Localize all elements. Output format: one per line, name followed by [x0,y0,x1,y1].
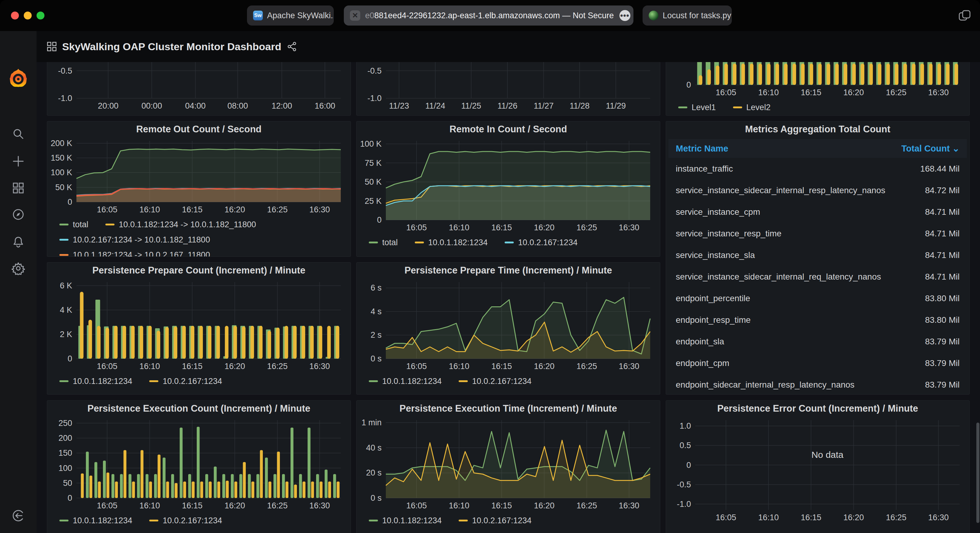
svg-text:-0.5: -0.5 [677,480,691,489]
panel-title[interactable]: Persistence Prepare Count (Increment) / … [47,263,350,278]
legend-item[interactable]: 10.0.1.182:1234 [415,236,488,249]
svg-text:16:10: 16:10 [758,88,779,97]
legend-item[interactable]: 10.0.2.167:1234 [149,514,222,527]
total-count-cell: 84.72 Mil [925,186,959,195]
svg-text:16:30: 16:30 [309,501,330,510]
tab-locust[interactable]: Locust for tasks.py [643,5,732,25]
svg-text:16:05: 16:05 [406,362,427,371]
legend-item[interactable]: 10.0.2.167:1234 [459,375,531,387]
svg-text:16:15: 16:15 [182,205,202,214]
tab-elb-dashboard[interactable]: ✕ e0881eed4-22961232.ap-east-1.elb.amazo… [344,5,633,25]
legend-item[interactable]: Level1 [678,101,716,113]
legend-item[interactable]: 10.0.2.167:1234 [504,236,578,249]
panel-top-mid-partial: 11/2311/2411/2511/2611/2711/2811/29-0.5-… [356,62,660,116]
panel-title[interactable]: Persistence Prepare Time (Increment) / M… [356,263,660,278]
search-icon[interactable] [11,127,25,141]
svg-text:16:20: 16:20 [843,513,864,522]
svg-text:16:30: 16:30 [309,205,330,214]
svg-text:No data: No data [811,450,843,460]
legend-item[interactable]: total [59,219,88,231]
legend-color-dash [369,380,378,382]
total-count-cell: 84.71 Mil [925,229,959,238]
alerting-bell-icon[interactable] [11,235,25,249]
grafana-logo[interactable] [9,68,27,87]
svg-text:11/26: 11/26 [497,101,517,110]
table-row: endpoint_percentile83.80 Mil [668,287,967,309]
legend-label: Level2 [746,103,771,112]
table-row: service_instance_resp_time84.71 Mil [668,223,967,244]
chart-top-mid-partial[interactable]: 11/2311/2411/2511/2611/2711/2811/29-0.5-… [358,62,657,113]
panel-title[interactable]: Persistence Execution Time (Increment) /… [356,401,660,417]
legend-label: Level1 [692,103,716,112]
panel-title[interactable]: Persistence Execution Count (Increment) … [47,401,350,417]
panel-title[interactable]: Metrics Aggregation Total Count [666,121,969,137]
svg-text:16:10: 16:10 [140,501,160,510]
legend-item[interactable]: 10.0.2.167:1234 [459,514,531,527]
chart-top-right-partial[interactable]: 16:0516:1016:1516:2016:2516:300 [668,62,966,100]
chart-persistence-prepare-count[interactable]: 16:0516:1016:1516:2016:2516:3002 K4 K6 K [49,278,347,374]
chart-persistence-execution-time[interactable]: 16:0516:1016:1516:2016:2516:300 s20 s40 … [358,417,657,513]
legend-item[interactable]: 10.0.2.167:1234 -> 10.0.1.182_11800 [59,234,210,246]
close-tab-icon[interactable]: ✕ [350,10,360,21]
svg-text:11/28: 11/28 [570,101,590,110]
svg-text:16:15: 16:15 [491,362,512,371]
chart-remote-in[interactable]: 16:0516:1016:1516:2016:2516:30025 K50 K7… [358,137,657,235]
page-title[interactable]: SkyWalking OAP Cluster Monitor Dashboard [62,41,282,52]
legend-color-dash [369,520,378,522]
svg-text:16:30: 16:30 [619,223,640,232]
svg-text:0: 0 [68,493,72,503]
minimize-window-button[interactable] [24,11,32,19]
legend-item[interactable]: 10.0.1.182:1234 [59,375,132,387]
plus-icon[interactable] [11,155,25,168]
chart-top-left-partial[interactable]: 20:0000:0004:0008:0012:0016:00-0.5-1.0 [49,62,347,113]
panel-title[interactable]: Remote Out Count / Second [47,121,350,137]
svg-text:100 K: 100 K [51,168,72,177]
legend-item[interactable]: 10.0.2.167:1234 [149,375,222,387]
panel-title[interactable]: Remote In Count / Second [356,121,660,137]
legend-item[interactable]: 10.0.1.182:1234 -> 10.0.2.167_11800 [59,249,210,257]
chart-persistence-prepare-time[interactable]: 16:0516:1016:1516:2016:2516:300 s2 s4 s6… [358,278,657,374]
settings-gear-icon[interactable] [11,262,25,275]
panel-title[interactable]: Persistence Error Count (Increment) / Mi… [666,401,969,417]
legend-color-dash [459,380,468,382]
panel-persistence-execution-time: Persistence Execution Time (Increment) /… [356,400,660,533]
svg-text:16:30: 16:30 [928,88,949,97]
tab-apache-skywalking[interactable]: Sw Apache SkyWalki... [247,5,334,25]
share-icon[interactable] [287,41,297,52]
sign-in-icon[interactable] [11,509,25,522]
legend-item[interactable]: 10.0.1.182:1234 [59,514,132,527]
column-header-total-count-sort[interactable]: Total Count ⌄ [901,143,959,154]
chart-persistence-execution-count[interactable]: 16:0516:1016:1516:2016:2516:300501001502… [49,417,347,513]
legend-label: 10.0.1.182:1234 [382,377,442,386]
legend-item[interactable]: 10.0.1.182:1234 [369,375,442,387]
column-header-metric-name[interactable]: Metric Name [676,144,728,154]
chart-persistence-error-count[interactable]: 16:0516:1016:1516:2016:2516:301.00.50-0.… [668,417,966,525]
metric-name-cell: instance_traffic [676,164,733,174]
svg-text:-1.0: -1.0 [677,500,691,509]
legend-item[interactable]: total [369,236,398,249]
chart-remote-out[interactable]: 16:0516:1016:1516:2016:2516:30050 K100 K… [49,137,347,217]
svg-text:250: 250 [59,419,72,428]
close-window-button[interactable] [11,11,19,19]
svg-text:-1.0: -1.0 [367,94,382,103]
svg-text:50 K: 50 K [55,183,72,192]
svg-text:16:00: 16:00 [315,101,335,110]
table-row: endpoint_sla83.79 Mil [668,331,967,352]
metric-name-cell: endpoint_cpm [676,359,729,368]
total-count-cell: 83.79 Mil [925,380,959,390]
tab-menu-ellipsis-icon[interactable]: ••• [619,10,630,21]
legend-item[interactable]: Level2 [733,101,771,113]
svg-text:16:25: 16:25 [267,501,288,510]
svg-text:11/29: 11/29 [606,101,626,110]
legend-label: total [382,238,398,247]
legend-color-dash [59,224,68,225]
maximize-window-button[interactable] [37,11,45,19]
svg-text:16:10: 16:10 [140,205,160,214]
legend-item[interactable]: 10.0.1.182:1234 [369,514,442,527]
tab-overview-icon[interactable] [958,9,972,22]
legend-label: 10.0.2.167:1234 [472,516,531,525]
scrollbar-thumb[interactable] [976,423,979,523]
explore-compass-icon[interactable] [11,208,25,221]
legend-item[interactable]: 10.0.1.182:1234 -> 10.0.1.182_11800 [105,219,256,231]
dashboards-icon[interactable] [11,181,25,195]
